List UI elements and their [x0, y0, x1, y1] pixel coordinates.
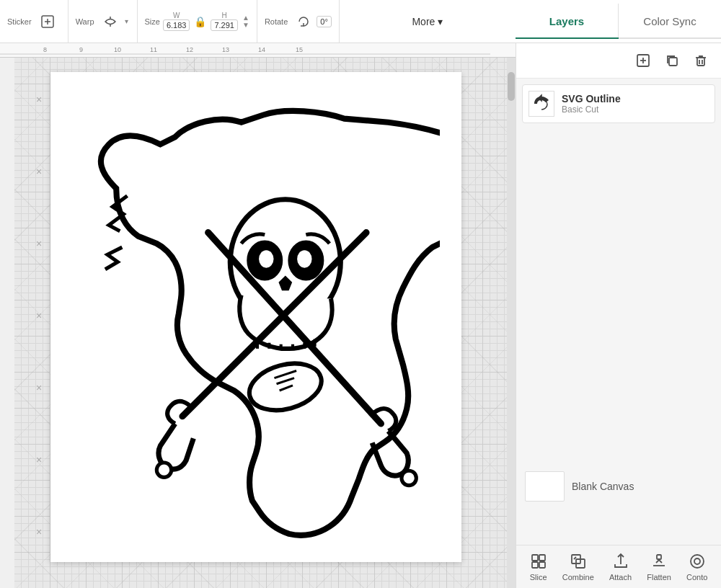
blank-canvas-area: Blank Canvas	[516, 129, 721, 545]
layer-thumbnail	[528, 91, 554, 117]
svg-rect-39	[539, 562, 545, 568]
size-section: Size W 6.183 🔒 H 7.291 ▲ ▼	[138, 0, 257, 43]
svg-rect-37	[539, 555, 545, 561]
slice-label: Slice	[530, 573, 547, 582]
layer-info: SVG Outline Basic Cut	[562, 93, 621, 115]
blank-canvas-thumbnail	[525, 471, 565, 502]
bottom-actions: Slice Combine	[516, 545, 721, 588]
right-panel: SVG Outline Basic Cut Blank Canvas	[516, 43, 721, 588]
sticker-icon[interactable]	[35, 9, 61, 35]
tab-colorsync[interactable]: Color Sync	[618, 4, 721, 37]
tab-layers[interactable]: Layers	[516, 4, 618, 37]
x-marker: ×	[36, 166, 42, 177]
more-button[interactable]: More ▾	[403, 12, 451, 32]
warp-icon[interactable]	[97, 9, 123, 35]
flatten-button[interactable]: Flatten	[641, 550, 677, 584]
svg-rect-36	[532, 555, 538, 561]
rotate-icon[interactable]	[291, 9, 317, 35]
svg-text:14: 14	[258, 46, 265, 53]
layer-item[interactable]: SVG Outline Basic Cut	[522, 84, 715, 123]
warp-options: ▾	[123, 17, 130, 25]
chevron-down-icon: ▾	[438, 16, 443, 27]
contour-label: Conto	[686, 573, 707, 582]
rotate-label: Rotate	[265, 17, 288, 26]
canvas-area: 8 9 10 11 12 13 14 15 × ×	[0, 43, 516, 588]
warp-label: Warp	[76, 17, 94, 26]
scrollbar-right[interactable]	[507, 58, 516, 588]
x-marker: ×	[36, 454, 42, 466]
svg-text:9: 9	[79, 46, 83, 53]
flatten-icon	[650, 553, 668, 570]
sticker-section: Sticker	[0, 0, 68, 43]
x-marker: ×	[36, 382, 42, 393]
toolbar: Sticker Warp ▾ Size W 6.183	[0, 0, 721, 43]
svg-point-46	[694, 558, 700, 564]
rotate-section: Rotate 0°	[257, 0, 340, 43]
x-marker: ×	[36, 94, 42, 105]
x-marker: ×	[36, 526, 42, 538]
blank-canvas-preview[interactable]: Blank Canvas	[525, 471, 634, 502]
svg-text:15: 15	[296, 46, 303, 53]
height-up-btn[interactable]: ▲	[242, 14, 249, 22]
more-section: More ▾	[340, 12, 516, 32]
blank-canvas-label: Blank Canvas	[572, 481, 634, 492]
ruler-horizontal: 8 9 10 11 12 13 14 15	[0, 43, 516, 58]
layers-list: SVG Outline Basic Cut	[516, 79, 721, 129]
rotate-value: 0°	[320, 17, 328, 26]
size-label: Size	[145, 17, 160, 26]
layer-type: Basic Cut	[562, 104, 621, 115]
delete-layer-button[interactable]	[689, 49, 712, 72]
x-marker: ×	[36, 238, 42, 249]
combine-label: Combine	[562, 573, 594, 582]
svg-rect-32	[669, 58, 677, 66]
svg-point-45	[691, 555, 704, 568]
attach-icon	[612, 553, 629, 570]
attach-button[interactable]: Attach	[603, 550, 637, 584]
pirate-logo-svg[interactable]	[72, 94, 440, 540]
combine-icon	[570, 553, 587, 570]
svg-text:13: 13	[222, 46, 229, 53]
combine-button[interactable]: Combine	[557, 550, 600, 584]
height-down-btn[interactable]: ▼	[242, 22, 249, 29]
height-value: 7.291	[214, 21, 234, 30]
svg-point-22	[297, 250, 311, 267]
svg-text:12: 12	[186, 46, 193, 53]
panel-tabs: Layers Color Sync	[516, 4, 721, 39]
slice-button[interactable]: Slice	[524, 550, 553, 584]
main-area: 8 9 10 11 12 13 14 15 × ×	[0, 43, 721, 588]
white-canvas	[50, 72, 461, 562]
warp-section: Warp ▾	[68, 0, 138, 43]
svg-text:10: 10	[114, 46, 121, 53]
duplicate-layer-button[interactable]	[660, 49, 684, 72]
x-marker: ×	[36, 310, 42, 321]
lock-icon[interactable]: 🔒	[194, 16, 206, 27]
svg-point-23	[156, 463, 171, 477]
sticker-label: Sticker	[7, 17, 32, 26]
svg-rect-44	[657, 555, 661, 559]
add-layer-button[interactable]	[632, 49, 655, 72]
svg-line-42	[574, 557, 576, 559]
contour-icon	[689, 553, 706, 570]
svg-rect-33	[697, 58, 704, 66]
svg-rect-38	[532, 562, 538, 568]
flatten-label: Flatten	[647, 573, 671, 582]
svg-point-24	[402, 471, 416, 485]
width-value: 6.183	[167, 21, 187, 30]
scrollbar-thumb[interactable]	[508, 72, 515, 101]
canvas-content: × × × × × × × × × × × × × × × × × ×	[14, 58, 516, 588]
svg-text:11: 11	[150, 46, 157, 53]
attach-label: Attach	[609, 573, 632, 582]
slice-icon	[530, 553, 547, 570]
contour-button[interactable]: Conto	[681, 550, 713, 584]
svg-point-20	[259, 250, 273, 267]
svg-text:8: 8	[43, 46, 47, 53]
panel-toolbar	[516, 43, 721, 79]
toolbar-panel-spacer: Layers Color Sync	[516, 4, 721, 39]
layer-name: SVG Outline	[562, 93, 621, 104]
